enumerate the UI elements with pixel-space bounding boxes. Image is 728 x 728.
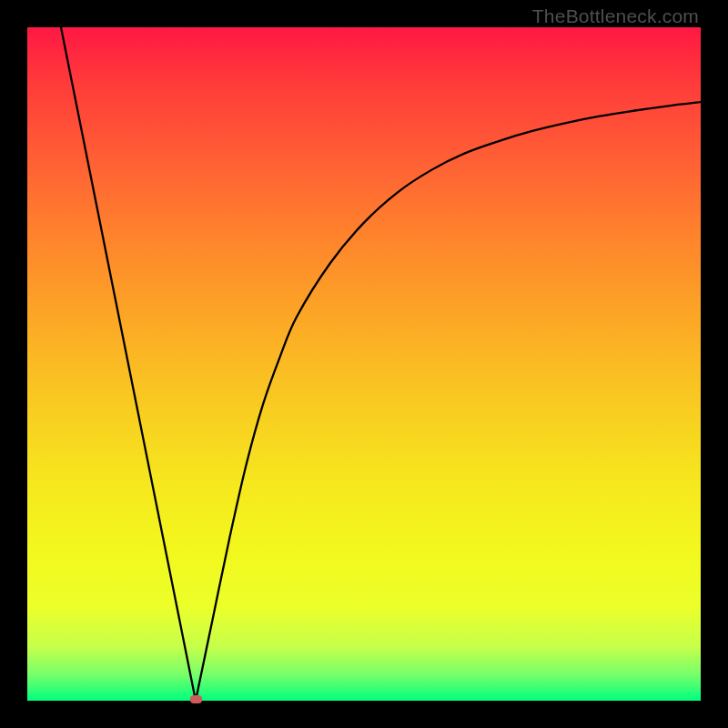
- curve-svg: [27, 27, 701, 701]
- curve-line: [61, 27, 701, 701]
- minimum-marker: [190, 695, 202, 703]
- chart-frame: TheBottleneck.com: [0, 0, 728, 728]
- plot-area: [27, 27, 701, 701]
- attribution-label: TheBottleneck.com: [532, 5, 699, 27]
